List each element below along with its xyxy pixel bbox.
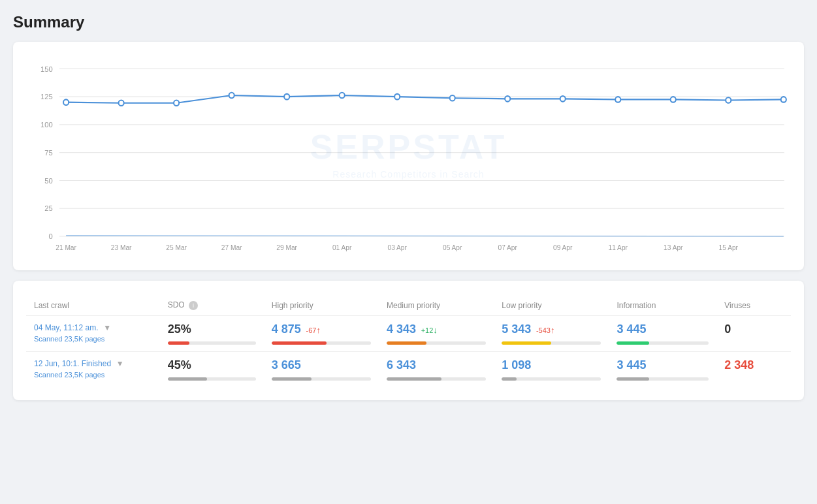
- viruses-cell-1: 2 348: [716, 352, 791, 388]
- low-cell-0: 5 343 -543↑: [494, 316, 609, 352]
- sdo-value: 25%: [168, 323, 256, 336]
- svg-line-28: [66, 236, 784, 236]
- info-value: 3 445: [617, 323, 709, 336]
- crawl-cell-0: 04 May, 11:12 am. ▼ Scanned 23,5K pages: [26, 316, 160, 352]
- svg-point-23: [560, 96, 566, 102]
- info-number: 3 445: [617, 358, 646, 371]
- crawl-date-link[interactable]: 12 Jun, 10:1. Finished: [34, 359, 111, 368]
- high-bar-fill: [272, 377, 312, 381]
- medium-cell-0: 4 343 +12↓: [379, 316, 494, 352]
- svg-point-26: [726, 97, 731, 103]
- chart-svg: 150 125 100 75 50 25 0: [26, 55, 791, 257]
- high-bar-fill: [272, 341, 327, 345]
- info-number: 3 445: [617, 323, 646, 336]
- high-number: 4 875: [272, 323, 301, 336]
- svg-text:13 Apr: 13 Apr: [664, 244, 683, 251]
- svg-point-27: [781, 97, 786, 102]
- svg-point-22: [505, 96, 510, 102]
- svg-text:09 Apr: 09 Apr: [553, 244, 573, 251]
- low-bar: [502, 377, 601, 381]
- col-header-last-crawl: Last crawl: [26, 294, 160, 316]
- medium-bar-fill: [387, 341, 426, 345]
- crawl-arrow: ▼: [116, 359, 124, 368]
- svg-point-24: [615, 97, 620, 102]
- viruses-cell-0: 0: [716, 316, 791, 352]
- svg-text:05 Apr: 05 Apr: [443, 244, 462, 251]
- medium-value: 6 343: [387, 358, 486, 372]
- high-bar: [272, 377, 371, 381]
- info-bar: [617, 341, 709, 345]
- low-bar-fill: [502, 377, 517, 381]
- low-cell-1: 1 098: [494, 352, 609, 388]
- col-header-low: Low priority: [494, 294, 609, 316]
- summary-table-card: Last crawl SDO i High priority Medium pr…: [13, 281, 804, 400]
- info-cell-0: 3 445: [609, 316, 716, 352]
- medium-number: 6 343: [387, 358, 416, 371]
- medium-number: 4 343: [387, 323, 416, 336]
- sdo-bar-fill: [168, 377, 208, 381]
- sdo-bar: [168, 341, 256, 345]
- medium-value: 4 343 +12↓: [387, 323, 486, 336]
- sdo-bar-fill: [168, 341, 190, 345]
- high-cell-1: 3 665: [264, 352, 379, 388]
- low-number: 1 098: [502, 358, 531, 371]
- info-value: 3 445: [617, 358, 709, 372]
- svg-text:21 Mar: 21 Mar: [56, 244, 76, 251]
- low-value: 5 343 -543↑: [502, 323, 601, 336]
- high-number: 3 665: [272, 358, 301, 371]
- line-chart: SERPSTAT Research Competitors in Search …: [26, 55, 791, 257]
- svg-point-14: [63, 99, 69, 105]
- svg-text:150: 150: [40, 65, 53, 72]
- crawl-arrow: ▼: [103, 323, 111, 332]
- summary-table: Last crawl SDO i High priority Medium pr…: [26, 294, 791, 387]
- sdo-info-icon[interactable]: i: [189, 301, 198, 310]
- low-bar: [502, 341, 601, 345]
- svg-text:25: 25: [44, 204, 52, 212]
- svg-point-17: [229, 93, 234, 99]
- table-row: 12 Jun, 10:1. Finished ▼ Scanned 23,5K p…: [26, 352, 791, 388]
- chart-card: SERPSTAT Research Competitors in Search …: [13, 42, 804, 270]
- svg-point-18: [284, 94, 289, 100]
- medium-delta: +12: [421, 326, 434, 334]
- crawl-cell-1: 12 Jun, 10:1. Finished ▼ Scanned 23,5K p…: [26, 352, 160, 388]
- medium-arrow: ↓: [433, 325, 438, 335]
- svg-text:75: 75: [44, 149, 52, 157]
- high-cell-0: 4 875 -67↑: [264, 316, 379, 352]
- svg-text:23 Mar: 23 Mar: [111, 244, 132, 251]
- svg-text:0: 0: [48, 232, 52, 240]
- svg-text:03 Apr: 03 Apr: [387, 244, 407, 251]
- svg-text:50: 50: [44, 176, 52, 184]
- info-cell-1: 3 445: [609, 352, 716, 388]
- medium-cell-1: 6 343: [379, 352, 494, 388]
- high-delta: -67: [306, 326, 316, 334]
- crawl-pages: Scanned 23,5K pages: [34, 335, 104, 343]
- svg-text:07 Apr: 07 Apr: [498, 244, 518, 251]
- sdo-cell-0: 25%: [160, 316, 264, 352]
- svg-point-21: [450, 95, 455, 101]
- info-bar-fill: [617, 341, 649, 345]
- svg-text:29 Mar: 29 Mar: [276, 244, 297, 251]
- viruses-value: 2 348: [724, 358, 754, 371]
- low-number: 5 343: [502, 323, 531, 336]
- svg-text:27 Mar: 27 Mar: [221, 244, 242, 251]
- info-bar-fill: [617, 377, 649, 381]
- high-arrow: ↑: [316, 325, 321, 335]
- svg-text:25 Mar: 25 Mar: [166, 244, 187, 251]
- low-arrow: ↑: [551, 325, 555, 335]
- svg-text:125: 125: [40, 93, 53, 101]
- svg-text:100: 100: [40, 121, 53, 129]
- col-header-viruses: Viruses: [716, 294, 791, 316]
- sdo-bar: [168, 377, 256, 381]
- svg-text:01 Apr: 01 Apr: [332, 244, 352, 251]
- sdo-cell-1: 45%: [160, 352, 264, 388]
- high-bar: [272, 341, 371, 345]
- crawl-date-link[interactable]: 04 May, 11:12 am.: [34, 323, 99, 332]
- svg-text:15 Apr: 15 Apr: [719, 244, 739, 251]
- medium-bar-fill: [387, 377, 441, 381]
- svg-point-25: [671, 97, 676, 102]
- sdo-value: 45%: [168, 358, 256, 372]
- high-value: 3 665: [272, 358, 371, 372]
- svg-point-16: [174, 100, 179, 106]
- high-value: 4 875 -67↑: [272, 323, 371, 336]
- low-delta: -543: [536, 326, 551, 334]
